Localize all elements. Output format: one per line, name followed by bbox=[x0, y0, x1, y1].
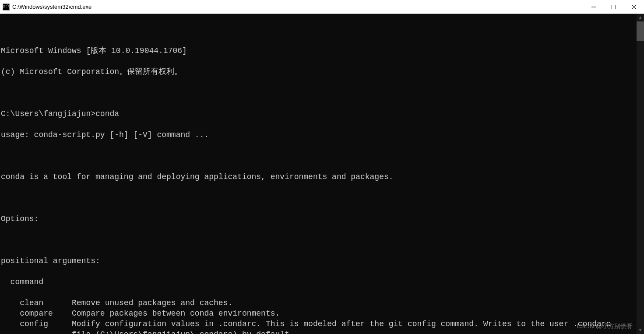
positional-label: positional arguments: bbox=[1, 256, 636, 266]
command-label: command bbox=[1, 277, 636, 287]
command-desc: Remove unused packages and caches. bbox=[72, 298, 636, 308]
version-line: Microsoft Windows [版本 10.0.19044.1706] bbox=[1, 46, 636, 56]
blank-line bbox=[1, 235, 636, 245]
terminal-content: Microsoft Windows [版本 10.0.19044.1706] (… bbox=[0, 35, 636, 334]
scrollbar-thumb[interactable] bbox=[637, 21, 644, 41]
command-name: compare bbox=[1, 308, 72, 319]
blank-line bbox=[1, 151, 636, 161]
commands-list: cleanRemove unused packages and caches.c… bbox=[1, 298, 636, 334]
terminal-body[interactable]: Microsoft Windows [版本 10.0.19044.1706] (… bbox=[0, 14, 644, 334]
prompt-path: C:\Users\fangjiajun> bbox=[1, 109, 95, 118]
command-row: compareCompare packages between conda en… bbox=[1, 308, 636, 319]
command-name: clean bbox=[1, 298, 72, 308]
watermark: CSDN @小方别慌呀 bbox=[577, 321, 633, 331]
usage-line: usage: conda-script.py [-h] [-V] command… bbox=[1, 130, 636, 140]
minimize-button[interactable] bbox=[584, 0, 604, 14]
svg-rect-1 bbox=[612, 5, 616, 9]
command-row: configModify configuration values in .co… bbox=[1, 319, 636, 334]
command-desc: Modify configuration values in .condarc.… bbox=[72, 319, 636, 334]
command-name: config bbox=[1, 319, 72, 334]
copyright-line: (c) Microsoft Corporation。保留所有权利。 bbox=[1, 67, 636, 77]
maximize-button[interactable] bbox=[604, 0, 624, 14]
title-bar: C:\ C:\Windows\system32\cmd.exe bbox=[0, 0, 644, 14]
blank-line bbox=[1, 193, 636, 203]
options-label: Options: bbox=[1, 214, 636, 224]
prompt-command: conda bbox=[95, 109, 119, 118]
title-left: C:\ C:\Windows\system32\cmd.exe bbox=[0, 4, 91, 11]
scroll-down-button[interactable]: ▼ bbox=[637, 327, 644, 334]
scrollbar[interactable]: ▲ ▼ bbox=[637, 14, 644, 334]
command-desc: Compare packages between conda environme… bbox=[72, 308, 636, 319]
cmd-icon: C:\ bbox=[3, 4, 10, 11]
window-title: C:\Windows\system32\cmd.exe bbox=[12, 4, 91, 10]
window-controls bbox=[584, 0, 644, 14]
scroll-up-button[interactable]: ▲ bbox=[637, 14, 644, 21]
blank-line bbox=[1, 88, 636, 98]
close-button[interactable] bbox=[624, 0, 644, 14]
command-row: cleanRemove unused packages and caches. bbox=[1, 298, 636, 308]
description-line: conda is a tool for managing and deployi… bbox=[1, 172, 636, 182]
prompt-line: C:\Users\fangjiajun>conda bbox=[1, 109, 636, 119]
